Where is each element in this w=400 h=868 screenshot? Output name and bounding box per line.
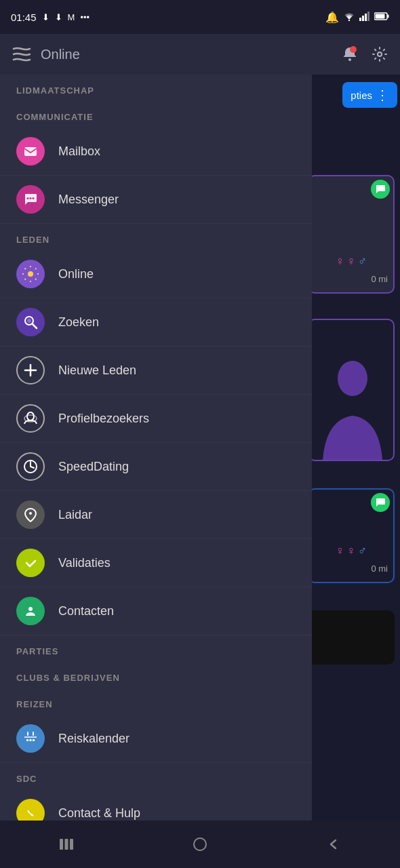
back-icon bbox=[325, 836, 342, 852]
status-right: 🔔 bbox=[325, 11, 389, 24]
messenger-icon bbox=[16, 185, 45, 214]
svg-point-14 bbox=[30, 197, 32, 199]
battery-icon bbox=[374, 12, 389, 22]
svg-line-35 bbox=[31, 467, 34, 468]
contacten-label: Contacten bbox=[58, 604, 114, 618]
chat-badge-3 bbox=[371, 493, 390, 512]
recent-apps-icon bbox=[58, 836, 75, 852]
section-header-lidmaatschap: LIDMAATSCHAP bbox=[0, 75, 312, 101]
menu-item-speeddating[interactable]: SpeedDating bbox=[0, 443, 312, 491]
home-icon bbox=[192, 836, 208, 852]
download-icon-1: ⬇ bbox=[42, 12, 49, 22]
menu-item-nieuwe-leden[interactable]: Nieuwe Leden bbox=[0, 347, 312, 395]
chat-badge-1 bbox=[371, 180, 390, 199]
signal-icon bbox=[359, 12, 370, 23]
bg-card-3[interactable]: ♀ ♀ ♂ 0 mi bbox=[308, 488, 395, 583]
silhouette bbox=[309, 351, 393, 460]
menu-button[interactable] bbox=[8, 41, 35, 68]
svg-line-25 bbox=[25, 279, 26, 279]
svg-rect-7 bbox=[388, 15, 389, 18]
app-bar-actions bbox=[338, 42, 392, 66]
parties-button[interactable]: pties ⋮ bbox=[342, 82, 397, 108]
menu-item-validaties[interactable]: Validaties bbox=[0, 539, 312, 587]
laidar-label: Laidar bbox=[58, 508, 92, 522]
mailbox-icon bbox=[16, 137, 45, 165]
svg-rect-51 bbox=[70, 839, 73, 850]
svg-rect-50 bbox=[65, 839, 68, 850]
app-bar: Online bbox=[0, 34, 400, 75]
profielbezoekers-icon bbox=[16, 404, 45, 433]
settings-button[interactable] bbox=[367, 42, 392, 66]
svg-point-37 bbox=[29, 512, 32, 515]
svg-point-17 bbox=[28, 271, 33, 277]
gender-icons-1: ♀ ♀ ♂ bbox=[309, 254, 393, 269]
menu-item-contacten[interactable]: Contacten bbox=[0, 587, 312, 635]
menu-item-contact-hulp[interactable]: Contact & Hulp bbox=[0, 789, 312, 821]
section-header-leden: LEDEN bbox=[0, 224, 312, 250]
contacten-icon bbox=[16, 597, 45, 625]
svg-line-28 bbox=[33, 324, 37, 328]
settings-icon bbox=[372, 46, 388, 62]
recent-apps-button[interactable] bbox=[46, 827, 87, 861]
svg-point-9 bbox=[350, 46, 357, 53]
mailbox-label: Mailbox bbox=[58, 144, 100, 159]
home-button[interactable] bbox=[180, 827, 220, 861]
menu-item-reiskalender[interactable]: Reiskalender bbox=[0, 715, 312, 763]
validaties-label: Validaties bbox=[58, 556, 111, 570]
section-header-parties: PARTIES bbox=[0, 635, 312, 662]
svg-line-23 bbox=[35, 279, 36, 279]
bell-button[interactable] bbox=[338, 42, 362, 66]
more-dots-icon: ⋮ bbox=[376, 87, 389, 103]
bg-card-2[interactable] bbox=[308, 319, 395, 461]
svg-rect-45 bbox=[26, 739, 28, 741]
wifi-icon bbox=[343, 12, 355, 23]
menu-item-messenger[interactable]: Messenger bbox=[0, 176, 312, 224]
menu-item-profielbezoekers[interactable]: Profielbezoekers bbox=[0, 395, 312, 443]
time-display: 01:45 bbox=[11, 12, 37, 23]
section-header-sdc: SDC bbox=[0, 763, 312, 789]
hamburger-icon bbox=[12, 47, 31, 62]
section-header-reizen: REIZEN bbox=[0, 688, 312, 715]
contact-hulp-icon bbox=[16, 799, 45, 821]
menu-item-mailbox[interactable]: Mailbox bbox=[0, 127, 312, 176]
bell-icon bbox=[342, 46, 358, 62]
section-header-communicatie: COMMUNICATIE bbox=[0, 101, 312, 127]
contact-hulp-label: Contact & Hulp bbox=[58, 806, 140, 821]
app-title: Online bbox=[41, 47, 338, 62]
reiskalender-icon bbox=[16, 724, 45, 753]
menu-item-online[interactable]: Online bbox=[0, 250, 312, 298]
navigation-drawer: LIDMAATSCHAPCOMMUNICATIEMailboxMessenger… bbox=[0, 75, 312, 821]
svg-point-15 bbox=[33, 197, 35, 199]
messenger-label: Messenger bbox=[58, 193, 119, 207]
svg-line-22 bbox=[25, 269, 26, 269]
chat-icon-1 bbox=[375, 184, 386, 195]
bottom-nav bbox=[0, 821, 400, 868]
svg-rect-2 bbox=[362, 16, 364, 21]
svg-rect-3 bbox=[365, 14, 367, 21]
svg-point-10 bbox=[378, 52, 382, 56]
menu-item-zoeken[interactable]: Zoeken bbox=[0, 298, 312, 347]
svg-point-13 bbox=[27, 197, 29, 199]
status-bar: 01:45 ⬇ ⬇ M ••• 🔔 bbox=[0, 0, 400, 34]
person-silhouette bbox=[309, 351, 395, 460]
svg-point-52 bbox=[194, 838, 206, 850]
distance-3: 0 mi bbox=[371, 564, 388, 574]
speeddating-icon bbox=[16, 452, 45, 481]
zoeken-icon bbox=[16, 308, 45, 336]
back-button[interactable] bbox=[313, 827, 354, 861]
chat-icon-3 bbox=[375, 497, 386, 508]
svg-rect-47 bbox=[33, 739, 35, 741]
bg-card-4[interactable] bbox=[308, 610, 395, 665]
nieuwe-leden-icon bbox=[16, 356, 45, 384]
menu-item-laidar[interactable]: Laidar bbox=[0, 491, 312, 539]
nieuwe-leden-label: Nieuwe Leden bbox=[58, 363, 136, 378]
bg-card-1[interactable]: ♀ ♀ ♂ 0 mi bbox=[308, 175, 395, 294]
laidar-icon bbox=[16, 500, 45, 529]
svg-point-8 bbox=[348, 58, 351, 61]
svg-rect-12 bbox=[24, 147, 37, 156]
validaties-icon bbox=[16, 549, 45, 577]
svg-point-31 bbox=[27, 412, 34, 420]
bg-top-right: pties ⋮ bbox=[342, 75, 397, 115]
zoeken-label: Zoeken bbox=[58, 315, 99, 330]
profielbezoekers-label: Profielbezoekers bbox=[58, 412, 149, 426]
